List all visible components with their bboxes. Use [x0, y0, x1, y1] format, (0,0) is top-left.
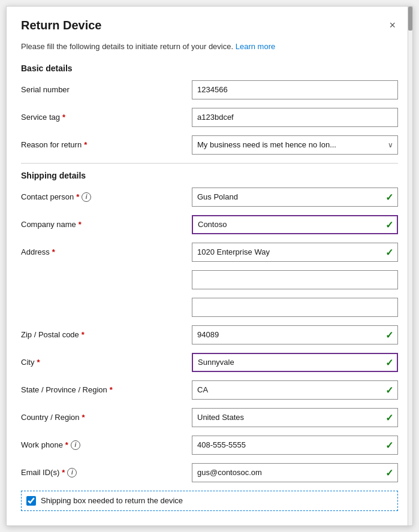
- return-device-dialog: Return Device × Please fill the followin…: [6, 6, 413, 526]
- state-input[interactable]: [192, 380, 398, 400]
- address-line1-wrapper: ✓: [192, 243, 398, 262]
- address-label: Address *: [21, 247, 192, 256]
- email-required: *: [62, 468, 65, 477]
- company-name-input-wrapper: ✓: [192, 215, 398, 234]
- email-input-wrapper: ✓: [192, 463, 398, 482]
- dialog-header: Return Device ×: [21, 19, 398, 32]
- address-line1-input[interactable]: [192, 243, 398, 262]
- city-field: ✓: [192, 353, 398, 372]
- serial-number-row: Serial number: [21, 79, 398, 101]
- contact-person-field: ✓: [192, 188, 398, 207]
- close-button[interactable]: ×: [387, 19, 398, 32]
- address-row: Address * ✓: [21, 241, 398, 263]
- shipping-box-row: Shipping box needed to return the device: [21, 491, 398, 511]
- state-label: State / Province / Region *: [21, 385, 192, 394]
- company-name-required: *: [79, 220, 82, 229]
- service-tag-required: *: [62, 113, 65, 122]
- country-checkmark: ✓: [385, 412, 393, 423]
- zip-field: ✓: [192, 325, 398, 344]
- city-label: City *: [21, 358, 192, 367]
- address-field: ✓: [192, 243, 398, 262]
- work-phone-checkmark: ✓: [385, 439, 393, 451]
- work-phone-label: Work phone * i: [21, 440, 192, 450]
- state-required: *: [110, 385, 113, 394]
- state-input-wrapper: ✓: [192, 380, 398, 400]
- address-checkmark: ✓: [385, 246, 393, 258]
- zip-row: Zip / Postal code * ✓: [21, 324, 398, 346]
- address-line2-field: [192, 270, 398, 289]
- serial-number-field: [192, 80, 398, 99]
- city-input[interactable]: [192, 353, 398, 372]
- address-line3-input[interactable]: [192, 298, 398, 317]
- email-info-icon[interactable]: i: [67, 468, 77, 477]
- address-required: *: [52, 247, 55, 256]
- address-line2-row: [21, 269, 398, 291]
- city-checkmark: ✓: [385, 356, 393, 368]
- contact-person-input-wrapper: ✓: [192, 188, 398, 207]
- city-input-wrapper: ✓: [192, 353, 398, 372]
- country-input-wrapper: ✓: [192, 408, 398, 427]
- state-field: ✓: [192, 380, 398, 400]
- contact-person-checkmark: ✓: [385, 191, 393, 202]
- work-phone-field: ✓: [192, 436, 398, 455]
- zip-required: *: [82, 330, 85, 339]
- learn-more-link[interactable]: Learn more: [236, 42, 275, 51]
- work-phone-input[interactable]: [192, 436, 398, 455]
- country-field: ✓: [192, 408, 398, 427]
- email-field: ✓: [192, 463, 398, 482]
- service-tag-label: Service tag *: [21, 113, 192, 122]
- reason-select[interactable]: My business need is met hence no lon...: [192, 135, 398, 155]
- reason-required: *: [84, 140, 87, 149]
- country-label: Country / Region *: [21, 413, 192, 422]
- reason-field: My business need is met hence no lon... …: [192, 135, 398, 155]
- service-tag-input[interactable]: [192, 108, 398, 127]
- work-phone-row: Work phone * i ✓: [21, 434, 398, 456]
- contact-person-info-icon[interactable]: i: [82, 192, 91, 202]
- contact-person-required: *: [76, 192, 79, 201]
- country-input[interactable]: [192, 408, 398, 427]
- address-line3-field: [192, 298, 398, 317]
- contact-person-input[interactable]: [192, 188, 398, 207]
- shipping-box-checkbox[interactable]: [26, 496, 36, 506]
- state-row: State / Province / Region * ✓: [21, 379, 398, 401]
- reason-label: Reason for return *: [21, 140, 192, 149]
- basic-details-section-title: Basic details: [21, 64, 398, 73]
- email-label: Email ID(s) * i: [21, 468, 192, 477]
- shipping-details-section-title: Shipping details: [21, 171, 398, 180]
- address-line2-input[interactable]: [192, 270, 398, 289]
- company-name-field: ✓: [192, 215, 398, 234]
- zip-checkmark: ✓: [385, 329, 393, 340]
- email-checkmark: ✓: [385, 467, 393, 478]
- contact-person-label: Contact person * i: [21, 192, 192, 202]
- reason-row: Reason for return * My business need is …: [21, 134, 398, 156]
- scrollbar-thumb: [408, 7, 412, 31]
- service-tag-field: [192, 108, 398, 127]
- work-phone-required: *: [65, 440, 68, 449]
- city-required: *: [37, 358, 40, 367]
- email-input[interactable]: [192, 463, 398, 482]
- section-divider: [21, 163, 398, 164]
- reason-dropdown-wrapper: My business need is met hence no lon... …: [192, 135, 398, 155]
- country-row: Country / Region * ✓: [21, 407, 398, 428]
- country-required: *: [82, 413, 85, 422]
- city-row: City * ✓: [21, 352, 398, 373]
- company-name-row: Company name * ✓: [21, 214, 398, 235]
- scrollbar[interactable]: [408, 7, 412, 525]
- work-phone-input-wrapper: ✓: [192, 436, 398, 455]
- service-tag-row: Service tag *: [21, 107, 398, 128]
- serial-number-input[interactable]: [192, 80, 398, 99]
- dialog-description: Please fill the following details to ini…: [21, 41, 398, 53]
- contact-person-row: Contact person * i ✓: [21, 186, 398, 208]
- dialog-title: Return Device: [21, 19, 102, 32]
- email-row: Email ID(s) * i ✓: [21, 462, 398, 483]
- zip-label: Zip / Postal code *: [21, 330, 192, 339]
- company-name-input[interactable]: [192, 215, 398, 234]
- company-name-label: Company name *: [21, 220, 192, 229]
- serial-number-label: Serial number: [21, 85, 192, 94]
- company-name-checkmark: ✓: [385, 219, 393, 230]
- work-phone-info-icon[interactable]: i: [71, 440, 80, 450]
- address-line3-row: [21, 297, 398, 318]
- zip-input-wrapper: ✓: [192, 325, 398, 344]
- state-checkmark: ✓: [385, 384, 393, 395]
- zip-input[interactable]: [192, 325, 398, 344]
